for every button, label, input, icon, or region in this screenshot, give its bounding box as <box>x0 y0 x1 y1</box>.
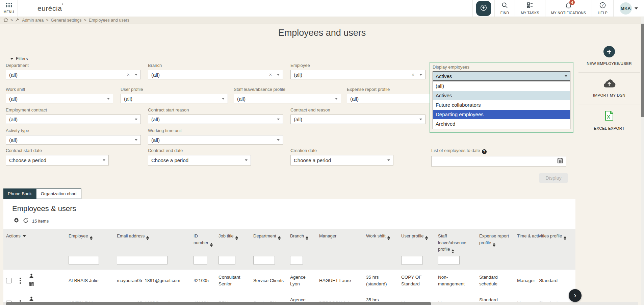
filter-creation-date: Creation date Choose a period <box>290 148 393 166</box>
new-employee-label: NEW EMPLOYEE/USER <box>587 61 632 66</box>
col-work-shift[interactable]: Work shift <box>363 229 398 253</box>
horizontal-scroll-thumb[interactable] <box>6 302 431 305</box>
tasks-icon <box>527 2 533 10</box>
tab-phone-book[interactable]: Phone Book <box>3 188 36 199</box>
branch-select[interactable]: (all) × <box>148 70 283 79</box>
chevron-down-icon <box>107 98 110 100</box>
display-employees-dropdown: Display employees Actives (all) Actives … <box>430 62 573 133</box>
row-checkbox[interactable] <box>6 278 11 283</box>
vertical-scrollbar[interactable] <box>641 17 644 305</box>
contract-end-reason-select[interactable]: (all) <box>290 115 426 124</box>
new-employee-button[interactable]: NEW EMPLOYEE/USER <box>578 40 640 72</box>
employee-profile-icon[interactable] <box>29 273 34 280</box>
display-button[interactable]: Display <box>539 173 568 183</box>
staff-leave-profile-select[interactable]: (all) <box>234 94 341 103</box>
calendar-icon[interactable] <box>557 158 563 164</box>
help-button[interactable]: ? HELP <box>592 0 613 17</box>
selected-value: (all) <box>9 137 18 143</box>
filter-label: Staff leave/absence profile <box>234 87 341 92</box>
work-shift-select[interactable]: (all) <box>6 94 113 103</box>
sort-icon <box>564 236 566 240</box>
clear-icon[interactable]: × <box>269 72 272 77</box>
col-branch[interactable]: Branch <box>287 229 316 253</box>
employment-contract-select[interactable]: (all) <box>6 115 141 124</box>
vertical-scroll-thumb[interactable] <box>641 24 644 117</box>
department-select[interactable]: (all) × <box>6 70 141 79</box>
employee-calendar-icon[interactable] <box>29 281 34 288</box>
list-to-date-input[interactable] <box>431 156 566 167</box>
filter-input-job-title[interactable] <box>218 256 235 264</box>
logo-area[interactable]: eurécia * <box>18 0 62 17</box>
col-time-activities-profile[interactable]: Time & activities profile <box>514 229 575 253</box>
creation-date-select[interactable]: Choose a period <box>290 155 393 166</box>
col-job-title[interactable]: Job title <box>216 229 251 253</box>
user-profile-select[interactable]: (all) <box>121 94 228 103</box>
filter-input-staff-leave[interactable] <box>438 256 460 264</box>
chevron-down-icon <box>135 119 137 120</box>
cell-time-profile: Manager - Standard <box>514 270 575 292</box>
menu-label: MENU <box>3 10 14 14</box>
import-dsn-button[interactable]: IMPORT MY DSN <box>578 72 640 104</box>
chevron-down-icon <box>565 75 567 77</box>
horizontal-scrollbar[interactable] <box>3 302 638 305</box>
contract-start-date-select[interactable]: Choose a period <box>6 155 109 166</box>
kebab-menu-icon[interactable] <box>19 277 22 284</box>
filters-toggle[interactable]: Filters <box>10 56 28 61</box>
display-employees-select[interactable]: Actives <box>433 71 570 81</box>
employee-profile-icon[interactable] <box>29 296 34 303</box>
user-menu[interactable]: MKA <box>613 0 644 17</box>
quick-add-button[interactable] <box>476 1 491 16</box>
chevron-down-icon <box>419 119 422 120</box>
col-department[interactable]: Department <box>251 229 287 253</box>
refresh-icon[interactable] <box>23 218 28 224</box>
my-notifications-button[interactable]: 4 MY NOTIFICATIONS <box>545 0 592 17</box>
col-expense-profile[interactable]: Expense report profile <box>476 229 514 253</box>
contract-start-reason-select[interactable]: (all) <box>148 115 283 124</box>
col-staff-leave-profile[interactable]: Staff leave/absence profile <box>435 229 476 253</box>
col-email[interactable]: Email address <box>114 229 191 253</box>
working-time-unit-select[interactable]: (all) <box>148 135 283 145</box>
excel-file-icon: X <box>605 110 614 122</box>
selected-value: Actives <box>436 73 452 79</box>
filter-input-email[interactable] <box>117 256 168 264</box>
breadcrumb: > Admin area > General settings > Employ… <box>0 17 644 24</box>
breadcrumb-item-general-settings[interactable]: General settings <box>51 18 82 23</box>
col-id-number[interactable]: ID number <box>191 229 216 253</box>
filter-input-branch[interactable] <box>290 256 303 264</box>
contract-end-date-select[interactable]: Choose a period <box>148 155 251 166</box>
chevron-down-icon <box>419 74 422 76</box>
find-button[interactable]: FIND <box>494 0 515 17</box>
filter-input-department[interactable] <box>253 256 275 264</box>
employee-select[interactable]: (all) × <box>290 70 426 79</box>
filter-input-employee[interactable] <box>69 256 99 264</box>
home-icon[interactable] <box>3 18 8 23</box>
filter-activity-type: Activity type (all) <box>6 128 141 145</box>
filter-list-to-date: List of employees to date? <box>431 148 566 167</box>
tab-organization-chart[interactable]: Organization chart <box>36 188 81 199</box>
scroll-next-button[interactable]: › <box>569 289 582 302</box>
my-tasks-button[interactable]: MY TASKS <box>515 0 545 17</box>
selected-value: (all) <box>9 117 18 122</box>
filter-input-id[interactable] <box>194 256 207 264</box>
activity-type-select[interactable]: (all) <box>6 135 141 145</box>
help-tooltip-icon[interactable]: ? <box>482 149 487 154</box>
col-employee[interactable]: Employee <box>66 229 114 253</box>
clear-icon[interactable]: × <box>127 72 130 77</box>
menu-button[interactable]: MENU <box>0 0 18 17</box>
col-actions[interactable]: Actions <box>3 229 66 253</box>
gear-icon[interactable] <box>14 218 19 224</box>
option-future-collaborators[interactable]: Future collaborators <box>433 100 570 110</box>
excel-export-button[interactable]: X EXCEL EXPORT <box>578 104 640 137</box>
chevron-down-icon <box>135 74 137 76</box>
col-user-profile[interactable]: User profile <box>398 229 435 253</box>
option-departing-employees[interactable]: Departing employees <box>433 110 570 119</box>
breadcrumb-separator: > <box>10 18 13 23</box>
option-actives[interactable]: Actives <box>433 91 570 100</box>
clear-icon[interactable]: × <box>412 72 414 77</box>
filter-input-user-profile[interactable] <box>401 256 423 264</box>
breadcrumb-item-admin-area[interactable]: Admin area <box>22 18 44 23</box>
option-archived[interactable]: Archived <box>433 119 570 129</box>
selected-value: (all) <box>151 117 160 122</box>
option-all[interactable]: (all) <box>433 81 570 91</box>
search-icon <box>501 2 508 10</box>
